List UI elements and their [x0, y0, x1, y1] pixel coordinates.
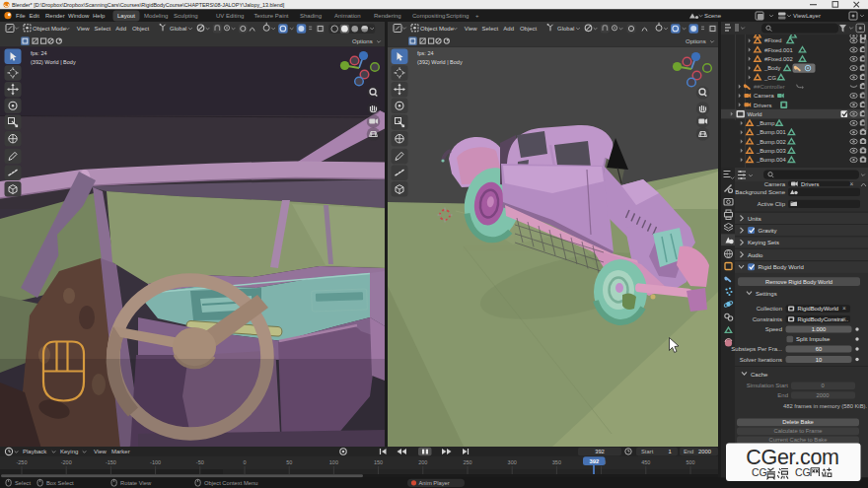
svg-text:Edit: Edit — [30, 13, 40, 19]
svg-text:Blender* [D:\Dropbox\Dropbox\: Blender* [D:\Dropbox\Dropbox\ScanningCar… — [12, 2, 285, 8]
svg-text:RigidBodyWorld: RigidBodyWorld — [798, 306, 838, 312]
svg-text:-50: -50 — [196, 459, 204, 465]
svg-text:_Bump.004: _Bump.004 — [756, 157, 786, 163]
svg-text:Global: Global — [170, 26, 186, 32]
svg-text:-200: -200 — [61, 459, 72, 465]
svg-text:Select: Select — [15, 480, 32, 486]
svg-text:×: × — [842, 305, 846, 312]
svg-text:UV Editing: UV Editing — [216, 13, 244, 19]
svg-text:Simulation Start: Simulation Start — [747, 383, 789, 388]
svg-text:450: 450 — [641, 459, 650, 465]
svg-text:Background Scene: Background Scene — [735, 189, 785, 195]
svg-text:60: 60 — [816, 346, 822, 352]
svg-text:-150: -150 — [106, 459, 116, 465]
svg-text:File: File — [16, 13, 26, 19]
svg-text:392: 392 — [589, 458, 599, 464]
svg-text:×: × — [850, 180, 854, 187]
svg-text:250: 250 — [463, 459, 471, 465]
svg-text:Audio: Audio — [748, 252, 763, 258]
svg-text:0: 0 — [243, 459, 246, 465]
svg-text:Marker: Marker — [111, 449, 130, 454]
svg-text:CG: CG — [795, 466, 811, 478]
svg-text:Speed: Speed — [765, 326, 782, 332]
svg-text:Substeps Per Fra...: Substeps Per Fra... — [731, 346, 782, 352]
svg-text:fps: 24: fps: 24 — [31, 50, 47, 56]
svg-text:×: × — [842, 315, 846, 322]
svg-text:Add: Add — [115, 26, 126, 32]
svg-text:Object Mode: Object Mode — [420, 26, 455, 32]
svg-text:+: + — [475, 13, 479, 19]
svg-text:_Bump.003: _Bump.003 — [756, 148, 786, 154]
svg-text:Keying Sets: Keying Sets — [748, 240, 779, 245]
svg-text:1: 1 — [668, 449, 671, 454]
svg-text:Remove Rigid Body World: Remove Rigid Body World — [765, 279, 832, 285]
svg-text:Constraints: Constraints — [753, 316, 782, 322]
svg-text:CG: CG — [752, 466, 767, 478]
svg-text:(392) World | Body: (392) World | Body — [31, 59, 76, 65]
svg-text:Camera: Camera — [764, 181, 786, 187]
svg-text:End: End — [777, 392, 788, 398]
svg-text:Gravity: Gravity — [759, 228, 777, 234]
svg-text:Current Cache to Bake: Current Cache to Bake — [769, 437, 828, 443]
svg-text:Start: Start — [641, 449, 654, 454]
svg-text:350: 350 — [552, 459, 561, 465]
svg-text:Playback: Playback — [23, 449, 47, 454]
svg-text:RigidBodyConstra...: RigidBodyConstra... — [798, 316, 849, 322]
svg-text:Scripting: Scripting — [446, 13, 469, 19]
svg-text:Sculpting: Sculpting — [174, 13, 198, 19]
svg-text:Collection: Collection — [757, 306, 782, 312]
svg-text:Texture Paint: Texture Paint — [254, 13, 289, 19]
svg-text:Active Clip: Active Clip — [758, 201, 786, 207]
svg-text:-250: -250 — [16, 459, 27, 465]
svg-text:Split Impulse: Split Impulse — [796, 336, 831, 342]
svg-text:Animation: Animation — [334, 13, 361, 19]
svg-text:1.000: 1.000 — [812, 326, 827, 332]
svg-text:100: 100 — [329, 459, 338, 465]
svg-text:Object: Object — [520, 26, 538, 32]
svg-text:Add: Add — [503, 26, 514, 32]
svg-text:Scene: Scene — [704, 13, 722, 19]
svg-text:End: End — [684, 449, 693, 454]
svg-text:Render: Render — [45, 13, 65, 19]
svg-text:Drivers: Drivers — [754, 103, 771, 108]
svg-text:Settings: Settings — [756, 291, 777, 297]
svg-text:Layout: Layout — [117, 13, 135, 19]
svg-text:Object Mode: Object Mode — [33, 26, 67, 32]
svg-text:View: View — [94, 449, 108, 454]
svg-text:_CG: _CG — [763, 75, 776, 81]
svg-text:#Fixed: #Fixed — [764, 37, 781, 43]
svg-text:300: 300 — [508, 459, 517, 465]
svg-text:482 frames in memory (580 KiB): 482 frames in memory (580 KiB). — [783, 403, 867, 409]
svg-text:150: 150 — [374, 459, 383, 465]
svg-text:#Fixed.001: #Fixed.001 — [764, 47, 793, 53]
svg-text:Delete Bake: Delete Bake — [782, 419, 814, 425]
svg-text:View: View — [77, 26, 91, 32]
svg-text:_Bump: _Bump — [756, 120, 774, 126]
svg-text:Options: Options — [686, 38, 706, 44]
svg-text:Solver Iterations: Solver Iterations — [740, 357, 782, 363]
svg-text:Drivers: Drivers — [801, 181, 819, 187]
svg-text:fps: 24: fps: 24 — [417, 50, 434, 56]
svg-text:Select: Select — [95, 26, 111, 32]
svg-text:Cache: Cache — [751, 372, 768, 378]
svg-text:_Bump.002: _Bump.002 — [756, 139, 786, 145]
svg-text:ViewLayer: ViewLayer — [793, 13, 821, 19]
svg-text:Shading: Shading — [300, 13, 322, 19]
svg-text:#Fixed.002: #Fixed.002 — [764, 56, 793, 62]
svg-text:Options: Options — [352, 38, 373, 44]
svg-text:Compositing: Compositing — [412, 13, 445, 19]
svg-text:2000: 2000 — [817, 392, 830, 398]
svg-text:2000: 2000 — [698, 449, 711, 454]
svg-text:_Body: _Body — [763, 65, 781, 71]
svg-text:-100: -100 — [150, 459, 161, 465]
svg-text:Modeling: Modeling — [144, 13, 168, 19]
svg-text:Rigid Body World: Rigid Body World — [759, 264, 804, 270]
svg-text:Window: Window — [68, 13, 90, 19]
svg-text:Anim Player: Anim Player — [419, 480, 450, 486]
svg-text:Units: Units — [748, 216, 761, 222]
svg-text:Camera: Camera — [754, 93, 774, 99]
svg-text:500: 500 — [686, 459, 694, 465]
svg-text:0: 0 — [821, 383, 824, 388]
svg-text:View: View — [465, 26, 478, 32]
svg-text:392: 392 — [595, 449, 605, 454]
